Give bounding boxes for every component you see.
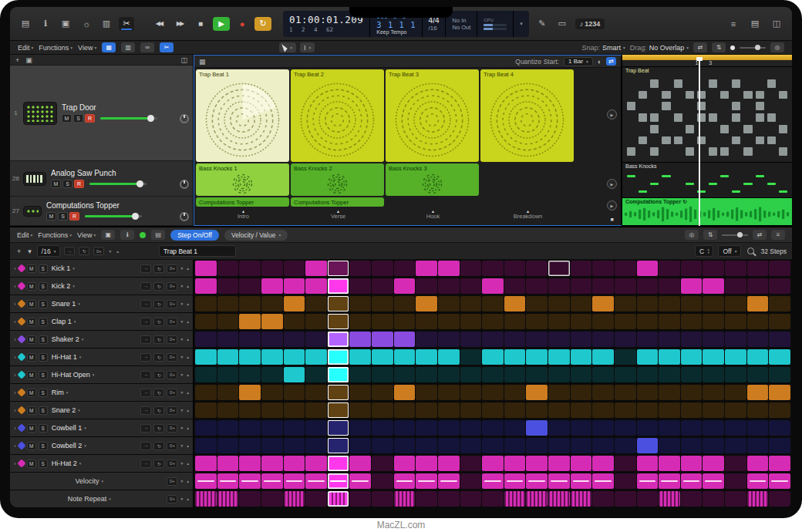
step-cell[interactable] [482,296,504,311]
chevron-down-icon[interactable]: ▾ [82,337,84,342]
loop-cell[interactable]: Trap Beat 3 [386,69,479,162]
panel-toggle-icon[interactable]: ◫ [180,56,187,64]
row-direction-icon[interactable]: → [140,300,151,308]
step-cell[interactable] [504,278,526,294]
row-collapse-icon[interactable]: ▾ [180,443,184,448]
step-cell[interactable] [438,332,460,347]
row-expand-icon[interactable]: ▴ [186,337,190,342]
step-cell[interactable] [305,385,327,400]
step-cell[interactable] [460,367,482,382]
row-mute-button[interactable]: M [27,442,36,450]
row-octave-icon[interactable]: 0+ [167,477,177,486]
step-cell[interactable] [261,296,283,311]
row-solo-button[interactable]: S [39,460,48,468]
step-cell[interactable] [416,385,437,400]
chevron-down-icon[interactable]: ▾ [93,372,95,377]
row-solo-button[interactable]: S [39,442,48,450]
step-cell[interactable] [681,385,703,400]
step-cell[interactable] [504,367,526,382]
step-cell[interactable] [261,491,283,507]
step-cell[interactable] [482,491,504,507]
step-cell[interactable] [482,261,504,276]
step-cell[interactable] [261,402,283,418]
step-cell[interactable] [261,349,283,365]
row-mute-button[interactable]: M [27,424,36,433]
step-cell[interactable] [571,402,592,418]
step-cell[interactable] [239,278,261,294]
step-cell[interactable] [659,438,680,453]
step-cell[interactable] [349,314,371,329]
row-expand-icon[interactable]: ▴ [186,426,190,430]
step-cell[interactable] [681,278,703,294]
step-cell[interactable] [703,261,724,276]
step-cell[interactable] [571,367,592,382]
step-cell[interactable] [571,385,592,400]
step-cell[interactable] [637,456,659,471]
step-cell[interactable] [637,296,659,311]
step-cell[interactable] [195,261,217,276]
step-cell[interactable] [438,473,460,489]
loop-cell[interactable]: Trap Beat 2 [291,69,384,162]
step-cell[interactable] [747,261,769,276]
step-cell[interactable] [703,473,724,489]
step-cell[interactable] [372,420,393,436]
step-cell[interactable] [372,385,393,400]
step-cell[interactable] [615,261,636,276]
step-cell[interactable] [372,456,393,471]
step-cell[interactable] [284,349,305,365]
command-tool-select[interactable]: I▾ [300,42,315,52]
step-cell[interactable] [571,456,592,471]
step-cell[interactable] [394,314,416,329]
step-cell[interactable] [769,332,790,347]
step-cell[interactable] [394,278,416,294]
step-cell[interactable] [769,491,790,507]
step-cell[interactable] [349,349,371,365]
step-cell[interactable] [284,402,305,418]
add-pattern-button[interactable]: + [15,247,22,255]
row-direction-icon[interactable]: → [140,282,151,291]
step-cell[interactable] [637,491,659,507]
step-cell[interactable] [548,332,570,347]
zoom-vertical-icon[interactable]: ⇅ [703,230,717,240]
step-cell[interactable] [571,438,592,453]
step-cell[interactable] [747,385,769,400]
step-cell[interactable] [681,473,703,489]
loop-cell[interactable]: Computations Topper [291,197,384,207]
row-expand-icon[interactable]: ▴ [186,284,190,288]
step-cell[interactable] [703,420,724,436]
row-mute-button[interactable]: M [27,353,36,362]
row-direction-icon[interactable]: → [140,424,151,433]
step-cell[interactable] [239,420,261,436]
step-cell[interactable] [284,367,305,382]
step-cell[interactable] [637,420,659,436]
step-cell[interactable] [637,314,659,329]
step-cell[interactable] [372,314,393,329]
step-cell[interactable] [217,491,239,507]
row-octave-icon[interactable]: 0+ [167,300,177,308]
step-cell[interactable] [548,491,570,507]
loop-cell[interactable]: Trap Beat 4 [480,69,574,162]
step-cell[interactable] [349,456,371,471]
step-cell[interactable] [725,473,746,489]
row-mute-button[interactable]: M [27,389,36,397]
row-rotate-icon[interactable]: ↻ [153,424,164,433]
step-cell[interactable] [725,456,746,471]
link-button[interactable]: ∞ [140,42,154,52]
chevron-up-icon[interactable]: ▴ [116,249,120,254]
step-cell[interactable] [394,332,416,347]
step-cell[interactable] [372,349,393,365]
pointer-tool-select[interactable]: ▾ [279,42,296,52]
step-cell[interactable] [195,332,217,347]
lcd-mode-chevron[interactable]: ▾ [520,21,523,27]
loop-cell[interactable]: Computations Topper [196,197,289,207]
pencil-icon[interactable]: ✎ [534,17,550,31]
step-cell[interactable] [504,402,526,418]
step-cell[interactable] [548,367,570,382]
step-cell[interactable] [659,491,680,507]
step-cell[interactable] [637,473,659,489]
row-expand-icon[interactable]: ▴ [186,443,190,448]
row-expand-icon[interactable]: ▴ [186,301,190,306]
step-cell[interactable] [328,296,349,311]
step-cell[interactable] [571,261,592,276]
step-cell[interactable] [504,456,526,471]
